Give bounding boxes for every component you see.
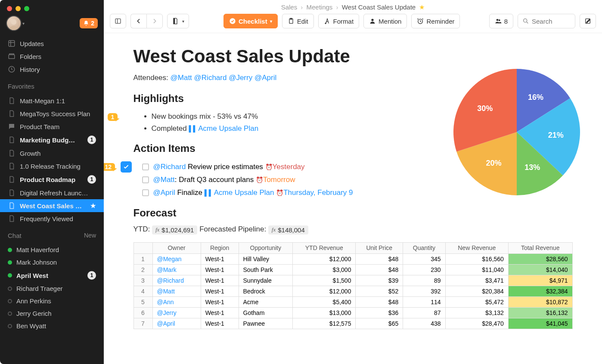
column-header[interactable]: Quantity — [403, 242, 445, 253]
chat-item[interactable]: April West1 — [0, 268, 104, 282]
sidebar-item[interactable]: West Coast Sales …★ — [0, 199, 104, 212]
mention[interactable]: @Matt — [153, 176, 175, 184]
sidebar-item[interactable]: Digital Refresh Launc… — [0, 186, 104, 199]
checklist-indicator[interactable] — [121, 161, 132, 173]
cell[interactable]: $48 — [356, 264, 403, 275]
chat-item[interactable]: Matt Haverford — [0, 244, 104, 256]
back-button[interactable] — [130, 14, 146, 28]
nav-updates[interactable]: Updates — [0, 37, 104, 50]
due-date[interactable]: ⏰Thursday, February 9 — [276, 188, 353, 197]
formula-pill[interactable]: fx$1,024,691 — [152, 225, 197, 234]
breadcrumb-item[interactable]: Meetings — [307, 3, 333, 11]
cell[interactable]: West-1 — [201, 318, 239, 329]
cell[interactable]: $20,384 — [445, 286, 508, 296]
chat-item[interactable]: Mark Johnson — [0, 256, 104, 268]
cell[interactable]: $3,132 — [445, 307, 508, 318]
total-cell[interactable]: $14,040 — [508, 264, 572, 275]
cell[interactable]: $1,500 — [293, 275, 356, 286]
total-cell[interactable]: $16,132 — [508, 307, 572, 318]
cell[interactable]: West-1 — [201, 307, 239, 318]
row-number[interactable]: 2 — [133, 264, 152, 275]
star-icon[interactable]: ★ — [419, 3, 425, 11]
cell[interactable]: 114 — [403, 296, 445, 307]
cell[interactable]: $5,400 — [293, 296, 356, 307]
table-row[interactable]: 1@MeganWest-1Hill Valley$12,000$48345$16… — [133, 253, 572, 264]
mention[interactable]: @Richard — [194, 74, 227, 82]
comment-count-bubble[interactable]: 1 — [108, 113, 118, 121]
sidebar-item[interactable]: Growth — [0, 147, 104, 160]
checkbox[interactable] — [142, 163, 149, 170]
mention[interactable]: @Matt — [171, 74, 192, 82]
total-cell[interactable]: $32,384 — [508, 286, 572, 296]
mention[interactable]: @April — [153, 188, 175, 197]
column-header[interactable]: Region — [201, 242, 239, 253]
cell[interactable]: West-1 — [201, 253, 239, 264]
sidebar-item[interactable]: Frequently Viewed — [0, 212, 104, 225]
total-cell[interactable]: $28,560 — [508, 253, 572, 264]
owner-cell[interactable]: @April — [152, 318, 201, 329]
cell[interactable]: $12,575 — [293, 318, 356, 329]
cell[interactable]: Pawnee — [239, 318, 293, 329]
owner-cell[interactable]: @Ann — [152, 296, 201, 307]
search-input[interactable] — [532, 18, 571, 25]
search-field[interactable] — [518, 14, 575, 28]
cell[interactable]: Hill Valley — [239, 253, 293, 264]
row-number[interactable]: 4 — [133, 286, 152, 296]
row-number[interactable]: 3 — [133, 275, 152, 286]
edit-button[interactable]: Edit — [282, 14, 314, 28]
document-body[interactable]: West Coast Sales Update Attendees: @Matt… — [104, 33, 602, 364]
sidebar-item[interactable]: Marketing Budg…1 — [0, 133, 104, 147]
cell[interactable]: $5,472 — [445, 296, 508, 307]
cell[interactable]: $48 — [356, 253, 403, 264]
chat-item[interactable]: Richard Traeger — [0, 282, 104, 295]
due-date[interactable]: ⏰Yesterday — [265, 163, 305, 171]
checklist-button[interactable]: Checklist ▾ — [223, 14, 278, 28]
owner-cell[interactable]: @Megan — [152, 253, 201, 264]
cell[interactable]: West-1 — [201, 296, 239, 307]
cell[interactable]: $28,470 — [445, 318, 508, 329]
checkbox[interactable] — [142, 189, 149, 196]
checkbox[interactable] — [142, 176, 149, 183]
cell[interactable]: West-1 — [201, 286, 239, 296]
formula-pill[interactable]: fx$148,004 — [268, 225, 308, 234]
total-cell[interactable]: $4,971 — [508, 275, 572, 286]
cell[interactable]: $3,471 — [445, 275, 508, 286]
forecast-table[interactable]: OwnerRegionOpportunityYTD RevenueUnit Pr… — [133, 242, 573, 329]
cell[interactable]: $12,000 — [293, 286, 356, 296]
cell[interactable]: Acme — [239, 296, 293, 307]
owner-cell[interactable]: @Jerry — [152, 307, 201, 318]
format-button[interactable]: Format — [318, 14, 360, 28]
cell[interactable]: $39 — [356, 275, 403, 286]
table-row[interactable]: 6@JerryWest-1Gotham$13,000$3687$3,132$16… — [133, 307, 572, 318]
cell[interactable]: $65 — [356, 318, 403, 329]
total-cell[interactable]: $10,872 — [508, 296, 572, 307]
column-header[interactable]: Opportunity — [239, 242, 293, 253]
chat-item[interactable]: Ben Wyatt — [0, 320, 104, 332]
breadcrumb-current[interactable]: West Coast Sales Update — [342, 3, 416, 11]
corner-cell[interactable] — [133, 242, 152, 253]
column-header[interactable]: Total Revenue — [508, 242, 572, 253]
mention[interactable]: @Richard — [153, 163, 186, 171]
toggle-sidebar-button[interactable] — [110, 14, 126, 28]
cell[interactable]: Gotham — [239, 307, 293, 318]
sidebar-item[interactable]: Product Team — [0, 120, 104, 133]
breadcrumb-item[interactable]: Sales — [281, 3, 298, 11]
row-number[interactable]: 6 — [133, 307, 152, 318]
column-header[interactable]: YTD Revenue — [293, 242, 356, 253]
chat-item[interactable]: Jerry Gerich — [0, 307, 104, 320]
table-row[interactable]: 7@AprilWest-1Pawnee$12,575$65438$28,470$… — [133, 318, 572, 329]
table-row[interactable]: 2@MarkWest-1South Park$3,000$48230$11,04… — [133, 264, 572, 275]
cell[interactable]: $48 — [356, 296, 403, 307]
cell[interactable]: West-1 — [201, 264, 239, 275]
table-row[interactable]: 4@MattWest-1Bedrock$12,000$52392$20,384$… — [133, 286, 572, 296]
sidebar-item[interactable]: Product Roadmap1 — [0, 173, 104, 186]
minimize-window-icon[interactable] — [16, 6, 21, 11]
chat-item[interactable]: Ann Perkins — [0, 295, 104, 307]
cell[interactable]: Sunnydale — [239, 275, 293, 286]
maximize-window-icon[interactable] — [24, 6, 29, 11]
notifications-button[interactable]: 2 — [80, 18, 98, 28]
column-header[interactable]: Owner — [152, 242, 201, 253]
row-number[interactable]: 7 — [133, 318, 152, 329]
mention-button[interactable]: Mention — [363, 14, 407, 28]
account-menu[interactable]: ▾ — [6, 15, 25, 31]
